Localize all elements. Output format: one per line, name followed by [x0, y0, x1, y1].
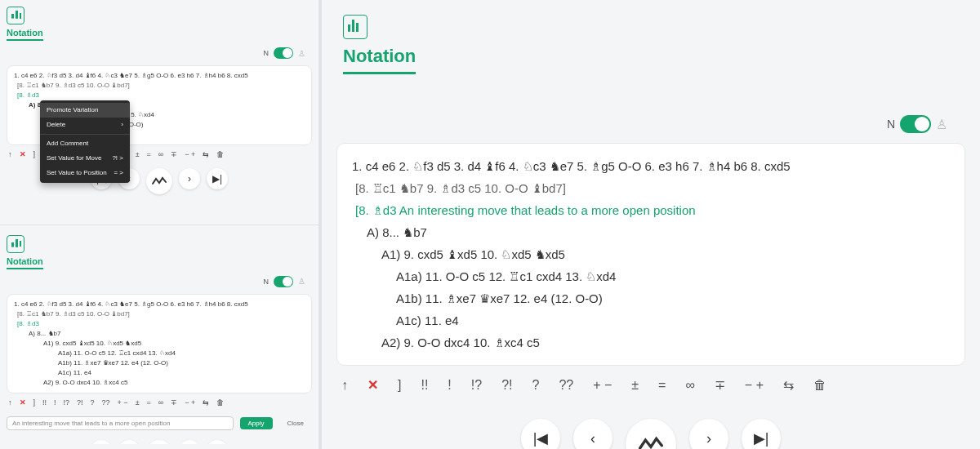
nav-first-button[interactable]: |◀	[521, 419, 560, 449]
mainline[interactable]: 1. c4 e6 2. ♘f3 d5 3. d4 ♝f6 4. ♘c3 ♞e7 …	[14, 300, 305, 309]
anno-interesting[interactable]: !?	[64, 398, 70, 407]
nav-last-button[interactable]: ▶|	[207, 440, 228, 445]
nav-last-button[interactable]: ▶|	[742, 419, 781, 449]
anno-trash-icon[interactable]: 🗑	[813, 378, 826, 393]
subvariation-2[interactable]: [8. ♗d3	[14, 319, 305, 329]
anno-bracket[interactable]: ]	[398, 378, 401, 393]
nav-first-button[interactable]: |◀	[91, 440, 112, 445]
anno-equal[interactable]: =	[147, 398, 151, 407]
anno-swap-icon[interactable]: ⇆	[783, 377, 794, 393]
notation-title: Notation	[343, 46, 416, 74]
subvariation-1[interactable]: [8. ♖c1 ♞b7 9. ♗d3 c5 10. O-O ♝bd7]	[14, 309, 305, 319]
anno-minusplus[interactable]: − +	[185, 398, 195, 407]
nav-analyze-button[interactable]	[146, 168, 172, 194]
ctx-set-value-move[interactable]: Set Value for Move?! >	[40, 151, 130, 166]
apply-button[interactable]: Apply	[240, 417, 273, 429]
anno-whiteplus[interactable]: ±	[136, 150, 140, 158]
variation-a1b[interactable]: A1b) 11. ♗xe7 ♛xe7 12. e4 (12. O-O)	[352, 287, 950, 309]
anno-dubious[interactable]: ?!	[77, 398, 83, 407]
nav-prev-button[interactable]: ‹	[118, 440, 140, 445]
pawn-icon: ♙	[298, 277, 305, 286]
anno-whiteplus[interactable]: ±	[136, 398, 140, 407]
subvariation-1[interactable]: [8. ♖c1 ♞b7 9. ♗d3 c5 10. O-O ♝bd7]	[352, 177, 950, 199]
nav-analyze-button[interactable]	[146, 440, 172, 445]
variation-a1b[interactable]: A1b) 11. ♗xe7 ♛xe7 12. e4 (12. O-O)	[14, 358, 305, 368]
nav-next-button[interactable]: ›	[179, 440, 200, 445]
wave-icon	[639, 436, 663, 449]
anno-unclear[interactable]: ∞	[158, 150, 163, 158]
close-button[interactable]: Close	[279, 417, 312, 429]
fragment-after-menu: 5. ♘xd4	[131, 111, 154, 118]
notation-area: 1. c4 e6 2. ♘f3 d5 3. d4 ♝f6 4. ♘c3 ♞e7 …	[336, 143, 965, 366]
anno-whiteplus[interactable]: ±	[631, 378, 639, 393]
anno-blackplus[interactable]: ∓	[171, 398, 177, 407]
anno-mistake[interactable]: ?	[91, 398, 95, 407]
nav-next-button[interactable]: ›	[179, 168, 200, 189]
variation-a1a[interactable]: A1a) 11. O-O c5 12. ♖c1 cxd4 13. ♘xd4	[352, 265, 950, 287]
ctx-add-comment[interactable]: Add Comment	[40, 136, 130, 151]
anno-delete-icon[interactable]: ✕	[20, 150, 26, 158]
anno-swap-icon[interactable]: ⇆	[203, 398, 209, 407]
anno-interesting[interactable]: !?	[471, 378, 482, 393]
anno-dubious[interactable]: ?!	[501, 378, 512, 393]
comment-editor: Apply Close	[7, 416, 312, 430]
anno-brilliant[interactable]: !!	[42, 398, 47, 407]
ctx-set-value-position[interactable]: Set Value to Position= >	[40, 166, 130, 180]
anno-good[interactable]: !	[54, 398, 56, 407]
subvariation-1[interactable]: [8. ♖c1 ♞b7 9. ♗d3 c5 10. O-O ♝bd7]	[14, 81, 305, 91]
variation-a[interactable]: A) 8... ♞b7	[352, 221, 950, 243]
ctx-promote-variation[interactable]: Promote Variation	[40, 103, 130, 118]
anno-trash-icon[interactable]: 🗑	[216, 150, 224, 158]
anno-equal[interactable]: =	[658, 378, 666, 393]
notation-toggle[interactable]	[274, 47, 293, 59]
anno-unclear[interactable]: ∞	[685, 378, 694, 393]
anno-blackplus[interactable]: ∓	[715, 377, 725, 393]
variation-a1a[interactable]: A1a) 11. O-O c5 12. ♖c1 cxd4 13. ♘xd4	[14, 349, 305, 358]
notation-toggle[interactable]	[900, 115, 931, 133]
anno-swap-icon[interactable]: ⇆	[203, 150, 209, 158]
annotation-toolbar: ↑ ✕ ] !! ! !? ?! ? ?? + − ± = ∞ ∓ − + ⇆ …	[336, 366, 965, 404]
anno-delete-icon[interactable]: ✕	[368, 377, 378, 393]
subvariation-2[interactable]: [8. ♗d3 An interesting move that leads t…	[352, 199, 950, 221]
anno-unclear[interactable]: ∞	[158, 398, 163, 407]
variation-a2[interactable]: A2) 9. O-O dxc4 10. ♗xc4 c5	[352, 331, 950, 353]
nav-analyze-button[interactable]	[626, 419, 676, 449]
variation-a1[interactable]: A1) 9. cxd5 ♝xd5 10. ♘xd5 ♞xd5	[14, 339, 305, 349]
subvariation-2[interactable]: [8. ♗d3	[14, 91, 305, 100]
context-menu: Promote Variation Delete› Add Comment Se…	[40, 100, 130, 183]
comment-input[interactable]	[7, 416, 234, 430]
variation-a[interactable]: A) 8... ♞b7	[14, 329, 305, 339]
nav-last-button[interactable]: ▶|	[207, 168, 228, 189]
anno-blackplus[interactable]: ∓	[171, 150, 177, 158]
anno-brilliant[interactable]: !!	[421, 378, 428, 393]
anno-up-icon[interactable]: ↑	[341, 378, 348, 393]
anno-equal[interactable]: =	[147, 150, 151, 158]
chart-icon	[7, 7, 24, 24]
annotation-toolbar: ↑ ✕ ] !! ! !? ?! ? ?? + − ± = ∞ ∓ − + ⇆ …	[0, 393, 318, 411]
anno-good[interactable]: !	[448, 378, 451, 393]
anno-minusplus[interactable]: − +	[185, 150, 195, 158]
anno-plusminus[interactable]: + −	[118, 398, 128, 407]
variation-a1c[interactable]: A1c) 11. e4	[352, 309, 950, 331]
anno-up-icon[interactable]: ↑	[8, 398, 12, 407]
anno-delete-icon[interactable]: ✕	[20, 398, 26, 407]
pawn-icon: ♙	[936, 117, 947, 132]
anno-bracket[interactable]: ]	[33, 150, 36, 158]
ctx-delete[interactable]: Delete›	[40, 118, 130, 132]
nav-next-button[interactable]: ›	[689, 419, 728, 449]
anno-minusplus[interactable]: − +	[745, 378, 764, 393]
variation-a1[interactable]: A1) 9. cxd5 ♝xd5 10. ♘xd5 ♞xd5	[352, 243, 950, 265]
variation-a1c[interactable]: A1c) 11. e4	[14, 368, 305, 378]
anno-bracket[interactable]: ]	[33, 398, 36, 407]
notation-toggle[interactable]	[274, 276, 293, 287]
nav-prev-button[interactable]: ‹	[573, 419, 612, 449]
anno-mistake[interactable]: ?	[532, 378, 539, 393]
anno-blunder[interactable]: ??	[559, 378, 573, 393]
anno-plusminus[interactable]: + −	[593, 378, 612, 393]
variation-a2[interactable]: A2) 9. O-O dxc4 10. ♗xc4 c5	[14, 378, 305, 388]
mainline[interactable]: 1. c4 e6 2. ♘f3 d5 3. d4 ♝f6 4. ♘c3 ♞e7 …	[14, 71, 305, 81]
anno-blunder[interactable]: ??	[102, 398, 110, 407]
anno-trash-icon[interactable]: 🗑	[216, 398, 224, 407]
anno-up-icon[interactable]: ↑	[8, 150, 12, 158]
mainline[interactable]: 1. c4 e6 2. ♘f3 d5 3. d4 ♝f6 4. ♘c3 ♞e7 …	[352, 155, 950, 177]
